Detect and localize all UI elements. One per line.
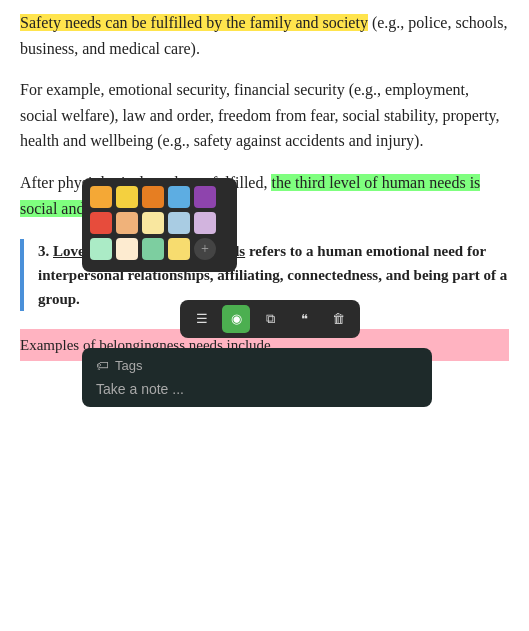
highlight-button[interactable]: ◉ [222, 305, 250, 333]
color-swatch[interactable] [194, 212, 216, 234]
color-swatch[interactable] [116, 238, 138, 260]
para-1: Safety needs can be fulfilled by the fam… [20, 10, 509, 61]
color-swatch[interactable] [168, 212, 190, 234]
note-input[interactable]: Take a note ... [96, 381, 418, 397]
color-swatch[interactable] [116, 212, 138, 234]
delete-button[interactable]: 🗑 [324, 305, 352, 333]
toolbar-popup: ☰ ◉ ⧉ ❝ 🗑 [180, 300, 360, 338]
color-grid: + [90, 186, 229, 260]
color-swatch[interactable] [194, 186, 216, 208]
format-icon: ☰ [196, 311, 208, 327]
blockquote-number: 3. [38, 243, 53, 259]
tags-label: Tags [115, 358, 142, 373]
color-swatch[interactable] [90, 212, 112, 234]
color-swatch[interactable] [142, 238, 164, 260]
para-2: For example, emotional security, financi… [20, 77, 509, 154]
color-swatch[interactable] [116, 186, 138, 208]
add-color-button[interactable]: + [194, 238, 216, 260]
tags-icon: 🏷 [96, 358, 109, 373]
quote-button[interactable]: ❝ [290, 305, 318, 333]
color-swatch[interactable] [142, 212, 164, 234]
format-button[interactable]: ☰ [188, 305, 216, 333]
color-swatch[interactable] [168, 186, 190, 208]
note-popup: 🏷 Tags Take a note ... [82, 348, 432, 407]
color-picker-popup: + [82, 178, 237, 272]
copy-icon: ⧉ [266, 311, 275, 327]
delete-icon: 🗑 [332, 311, 345, 327]
copy-button[interactable]: ⧉ [256, 305, 284, 333]
quote-icon: ❝ [301, 311, 308, 327]
color-swatch[interactable] [168, 238, 190, 260]
highlighted-text-1: Safety needs can be fulfilled by the fam… [20, 14, 368, 31]
tags-row: 🏷 Tags [96, 358, 418, 373]
color-swatch[interactable] [142, 186, 164, 208]
highlight-icon: ◉ [231, 311, 242, 327]
color-swatch[interactable] [90, 186, 112, 208]
color-swatch[interactable] [90, 238, 112, 260]
